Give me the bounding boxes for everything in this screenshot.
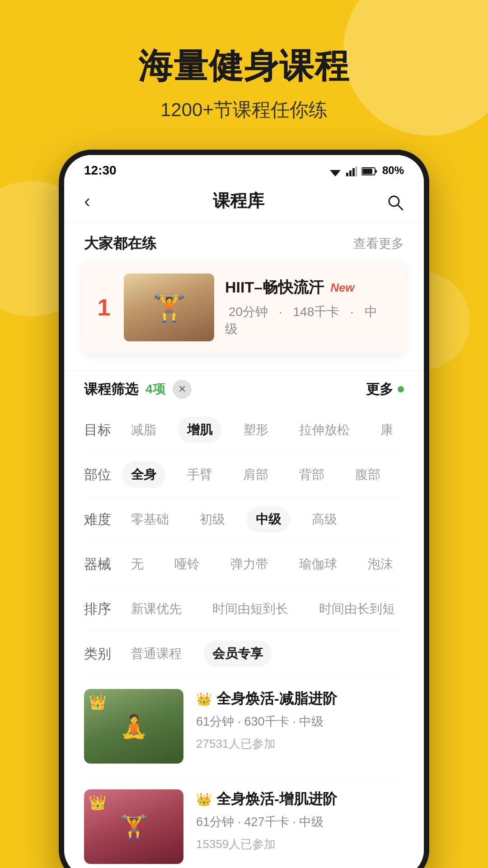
course-item-info: 👑全身焕活-减脂进阶61分钟 · 630千卡 · 中级27531人已参加: [196, 689, 404, 764]
filter-cat-label: 类别: [84, 645, 111, 663]
filter-cat-label: 部位: [84, 466, 111, 484]
featured-course-thumbnail: [124, 274, 214, 341]
filter-count: 4项: [145, 381, 165, 398]
phone-frame: 12:30: [59, 150, 429, 868]
featured-course-info: HIIT–畅快流汗 New 20分钟 · 148千卡 · 中级: [225, 277, 393, 338]
hero-subtitle: 1200+节课程任你练: [0, 97, 488, 123]
battery-icon: [361, 164, 378, 178]
filter-row-排序: 排序新课优先时间由短到长时间由长到短: [84, 587, 404, 632]
filter-option[interactable]: 减脂: [122, 417, 165, 443]
course-item-thumbnail: 👑: [84, 789, 183, 864]
svg-rect-8: [375, 170, 377, 173]
status-time: 12:30: [84, 163, 117, 178]
course-item-meta: 61分钟 · 630千卡 · 中级: [196, 713, 404, 730]
filter-clear-button[interactable]: ✕: [173, 380, 192, 399]
filter-row-器械: 器械无哑铃弹力带瑜伽球泡沫: [84, 542, 404, 587]
course-list-item[interactable]: 👑👑全身焕活-减脂进阶61分钟 · 630千卡 · 中级27531人已参加: [84, 676, 404, 777]
course-item-participants: 15359人已参加: [196, 836, 404, 852]
filter-option[interactable]: 高级: [303, 506, 346, 533]
course-item-meta: 61分钟 · 427千卡 · 中级: [196, 814, 404, 830]
filter-cat-label: 难度: [84, 510, 111, 529]
course-item-name: 全身焕活-增肌进阶: [216, 789, 337, 809]
popular-more[interactable]: 查看更多: [353, 235, 404, 252]
filter-more-button[interactable]: 更多: [366, 380, 404, 399]
svg-rect-3: [346, 173, 348, 176]
filter-option[interactable]: 增肌: [178, 417, 221, 443]
filter-option[interactable]: 时间由短到长: [203, 596, 297, 622]
filter-option[interactable]: 新课优先: [122, 596, 191, 622]
filter-option[interactable]: 肩部: [234, 462, 277, 488]
duration: 20分钟: [229, 305, 268, 319]
filter-row-难度: 难度零基础初级中级高级: [84, 497, 404, 542]
signal-icon: [346, 164, 357, 178]
hero-title: 海量健身课程: [0, 45, 488, 86]
course-list-item[interactable]: 👑👑全身焕活-增肌进阶61分钟 · 427千卡 · 中级15359人已参加: [84, 777, 404, 868]
filter-section: 目标减脂增肌塑形拉伸放松康部位全身手臂肩部背部腹部难度零基础初级中级高级器械无哑…: [64, 408, 424, 676]
hero-section: 海量健身课程 1200+节课程任你练: [0, 0, 488, 123]
course-item-participants: 27531人已参加: [196, 736, 404, 752]
calories: 148千卡: [293, 305, 340, 319]
course-item-info: 👑全身焕活-增肌进阶61分钟 · 427千卡 · 中级15359人已参加: [196, 789, 404, 864]
crown-icon: 👑: [89, 794, 107, 811]
dot-separator-2: ·: [350, 305, 357, 319]
filter-cat-label: 目标: [84, 421, 111, 439]
filter-option[interactable]: 时间由长到短: [310, 596, 404, 622]
filter-option[interactable]: 康: [371, 417, 402, 443]
filter-option[interactable]: 哑铃: [165, 551, 209, 577]
phone-screen: 12:30: [64, 155, 424, 868]
dot-separator: ·: [279, 305, 286, 319]
wifi-icon: [329, 164, 342, 178]
rank-number: 1: [95, 294, 113, 321]
svg-rect-9: [362, 169, 372, 174]
filter-cat-label: 器械: [84, 555, 111, 574]
crown-emoji: 👑: [196, 792, 212, 807]
filter-option[interactable]: 瑜伽球: [290, 551, 346, 577]
filter-option[interactable]: 背部: [290, 462, 333, 488]
new-badge: New: [330, 281, 354, 295]
filter-option[interactable]: 腹部: [346, 462, 389, 488]
filter-option[interactable]: 中级: [247, 506, 290, 533]
svg-marker-2: [333, 175, 337, 176]
filter-label: 课程筛选: [84, 380, 138, 399]
course-item-name: 全身焕活-减脂进阶: [216, 689, 337, 709]
popular-label: 大家都在练: [84, 234, 156, 254]
filter-option[interactable]: 塑形: [234, 417, 277, 443]
filter-option[interactable]: 无: [122, 551, 153, 577]
header-title: 课程库: [213, 189, 264, 212]
filter-bar: 课程筛选 4项 ✕ 更多: [64, 370, 424, 408]
filter-row-目标: 目标减脂增肌塑形拉伸放松康: [84, 408, 404, 453]
status-icons: 80%: [329, 164, 404, 178]
filter-option[interactable]: 全身: [122, 462, 165, 488]
featured-course-meta: 20分钟 · 148千卡 · 中级: [225, 303, 393, 338]
app-header: ‹ 课程库: [64, 181, 424, 223]
filter-more-indicator: [398, 386, 404, 392]
filter-option[interactable]: 初级: [191, 506, 234, 533]
featured-card[interactable]: 1 HIIT–畅快流汗 New 20分钟 · 148千卡 · 中级: [82, 261, 406, 354]
featured-course-name: HIIT–畅快流汗: [225, 277, 324, 298]
filter-more-label: 更多: [366, 380, 393, 399]
filter-option[interactable]: 泡沫: [359, 551, 402, 577]
search-button[interactable]: [387, 190, 404, 212]
svg-line-11: [398, 205, 403, 210]
course-list: 👑👑全身焕活-减脂进阶61分钟 · 630千卡 · 中级27531人已参加👑👑全…: [64, 676, 424, 868]
filter-option[interactable]: 会员专享: [203, 641, 272, 667]
crown-emoji: 👑: [196, 692, 212, 707]
course-item-thumbnail: 👑: [84, 689, 183, 764]
filter-row-部位: 部位全身手臂肩部背部腹部: [84, 453, 404, 497]
phone-mockup: 12:30: [0, 150, 488, 868]
popular-section-header: 大家都在练 查看更多: [64, 223, 424, 261]
svg-rect-4: [349, 170, 352, 176]
filter-option[interactable]: 手臂: [178, 462, 221, 488]
filter-left: 课程筛选 4项 ✕: [84, 380, 192, 399]
back-button[interactable]: ‹: [84, 190, 90, 212]
svg-rect-6: [356, 166, 357, 176]
filter-row-类别: 类别普通课程会员专享: [84, 632, 404, 676]
crown-icon: 👑: [89, 693, 107, 711]
filter-option[interactable]: 普通课程: [122, 641, 191, 667]
battery-text: 80%: [382, 164, 404, 177]
filter-option[interactable]: 零基础: [122, 506, 178, 533]
svg-rect-5: [352, 168, 355, 176]
status-bar: 12:30: [64, 155, 424, 181]
filter-option[interactable]: 拉伸放松: [290, 417, 359, 443]
filter-option[interactable]: 弹力带: [221, 551, 277, 577]
